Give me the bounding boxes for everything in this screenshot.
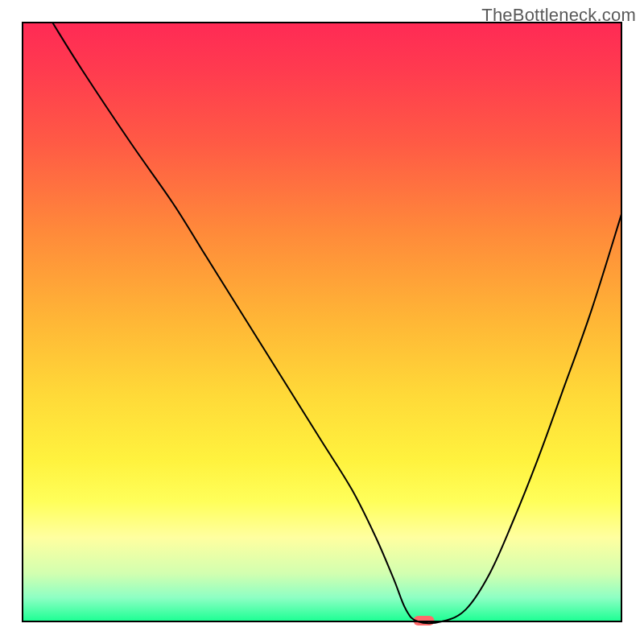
plot-area bbox=[23, 23, 621, 625]
chart-svg bbox=[0, 0, 644, 644]
watermark-text: TheBottleneck.com bbox=[481, 5, 636, 26]
gradient-background bbox=[23, 23, 621, 621]
bottleneck-chart: TheBottleneck.com bbox=[0, 0, 644, 644]
